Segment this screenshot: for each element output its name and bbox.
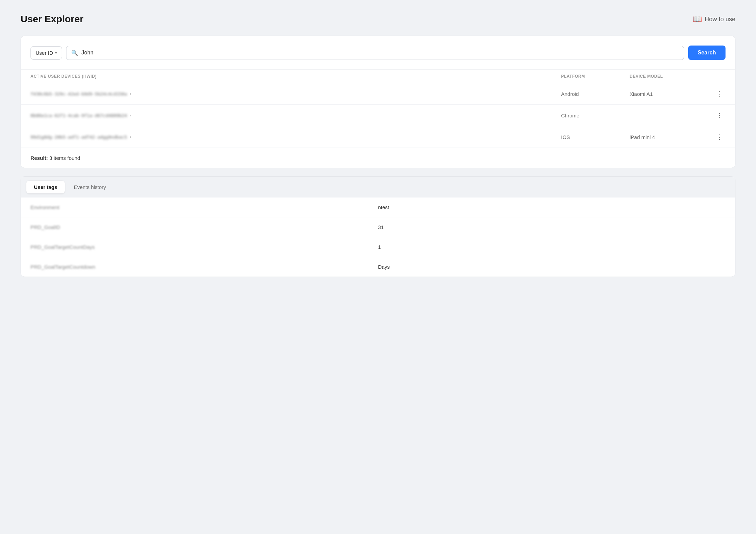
platform-header: PLATFORM <box>561 74 630 79</box>
result-label: Result: <box>30 155 48 161</box>
hwid-value: 99d1g8dg-20b5-adf1-adf42-adgg9ndbac5 <box>30 135 127 140</box>
user-id-label: User ID <box>36 50 53 56</box>
device-model-cell: iPad mini 4 <box>630 134 705 140</box>
device-model-header: DEVICE MODEL <box>630 74 705 79</box>
hwid-arrow: › <box>130 135 131 139</box>
tag-value: 1 <box>378 244 726 250</box>
hwid-value: f430c6b5-329c-42ed-b9d9-5b24c4cd150a <box>30 91 127 97</box>
chevron-down-icon: ▾ <box>55 51 57 55</box>
user-id-dropdown[interactable]: User ID ▾ <box>30 46 62 60</box>
list-item: Environment ntest <box>21 198 735 217</box>
tag-value: Days <box>378 264 726 270</box>
more-options-button[interactable]: ⋮ <box>714 132 726 141</box>
platform-cell: Chrome <box>561 113 630 118</box>
search-button[interactable]: Search <box>688 46 726 60</box>
search-card: User ID ▾ 🔍 Search ACTIVE USER DEVICES (… <box>21 36 735 168</box>
table-row: 99d1g8dg-20b5-adf1-adf42-adgg9ndbac5 › I… <box>21 126 735 148</box>
tag-key: Environment <box>30 204 378 210</box>
search-icon: 🔍 <box>71 50 78 56</box>
actions-cell: ⋮ <box>705 89 726 98</box>
device-model-cell: Xiaomi A1 <box>630 91 705 97</box>
page-title: User Explorer <box>21 14 84 25</box>
how-to-use-button[interactable]: 📖 How to use <box>693 15 735 24</box>
actions-cell: ⋮ <box>705 132 726 141</box>
hwid-header: ACTIVE USER DEVICES (HWID) <box>30 74 561 79</box>
search-bar: User ID ▾ 🔍 Search <box>21 36 735 69</box>
hwid-arrow: › <box>130 113 131 118</box>
more-options-button[interactable]: ⋮ <box>714 111 726 120</box>
tag-key: PRD_GoalID <box>30 224 378 230</box>
list-item: PRD_GoalTargetCountDays 1 <box>21 237 735 257</box>
tabs-card: User tags Events history Environment nte… <box>21 176 735 277</box>
how-to-use-label: How to use <box>705 16 735 23</box>
list-item: PRD_GoalTargetCountdown Days <box>21 257 735 277</box>
book-icon: 📖 <box>693 15 702 24</box>
tag-key: PRD_GoalTargetCountdown <box>30 264 378 270</box>
hwid-value: 0b80a1ca-62f1-4cab-9f1a-d67cd4809b24 <box>30 113 127 118</box>
table-row: f430c6b5-329c-42ed-b9d9-5b24c4cd150a › A… <box>21 83 735 105</box>
list-item: PRD_GoalID 31 <box>21 217 735 237</box>
result-text: Result: 3 items found <box>21 148 735 168</box>
page-header: User Explorer 📖 How to use <box>21 14 735 25</box>
tab-events-history[interactable]: Events history <box>66 181 113 193</box>
actions-cell: ⋮ <box>705 111 726 120</box>
tag-key: PRD_GoalTargetCountDays <box>30 244 378 250</box>
devices-table: ACTIVE USER DEVICES (HWID) PLATFORM DEVI… <box>21 69 735 168</box>
tags-table: Environment ntest PRD_GoalID 31 PRD_Goal… <box>21 198 735 277</box>
tabs-header: User tags Events history <box>21 177 735 198</box>
search-input-wrapper: 🔍 <box>66 46 684 60</box>
result-count: 3 items found <box>49 155 80 161</box>
table-header: ACTIVE USER DEVICES (HWID) PLATFORM DEVI… <box>21 69 735 83</box>
tab-user-tags[interactable]: User tags <box>26 181 65 193</box>
tag-value: ntest <box>378 204 726 210</box>
search-input[interactable] <box>82 50 679 56</box>
actions-header <box>705 74 726 79</box>
hwid-cell: 0b80a1ca-62f1-4cab-9f1a-d67cd4809b24 › <box>30 113 561 118</box>
platform-cell: Android <box>561 91 630 97</box>
hwid-arrow: › <box>130 91 131 96</box>
platform-cell: IOS <box>561 134 630 140</box>
hwid-cell: 99d1g8dg-20b5-adf1-adf42-adgg9ndbac5 › <box>30 135 561 140</box>
hwid-cell: f430c6b5-329c-42ed-b9d9-5b24c4cd150a › <box>30 91 561 97</box>
tag-value: 31 <box>378 224 726 230</box>
more-options-button[interactable]: ⋮ <box>714 89 726 98</box>
table-row: 0b80a1ca-62f1-4cab-9f1a-d67cd4809b24 › C… <box>21 105 735 126</box>
